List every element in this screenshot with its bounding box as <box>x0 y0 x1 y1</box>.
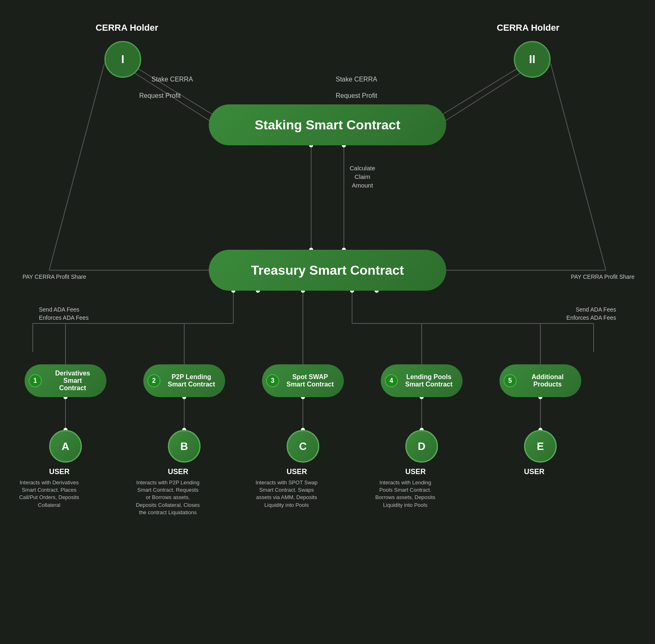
connection-lines <box>0 0 655 644</box>
p2p-lending-contract-box: 2 P2P LendingSmart Contract <box>143 364 225 397</box>
treasury-contract-box: Treasury Smart Contract <box>209 250 446 291</box>
user-circle-A: A <box>49 430 82 463</box>
calculate-claim-label: CalculateClaimAmount <box>350 164 375 190</box>
send-ada-fees-left-label: Send ADA Fees <box>39 306 79 313</box>
user-circle-B: B <box>168 430 201 463</box>
user-desc-D: Interacts with Lending Pools Smart Contr… <box>373 479 438 509</box>
user-circle-C: C <box>287 430 319 463</box>
lending-pools-contract-box: 4 Lending PoolsSmart Contract <box>381 364 463 397</box>
svg-line-3 <box>442 66 532 123</box>
spot-num-badge: 3 <box>266 374 279 387</box>
node-I: I <box>104 41 141 78</box>
pay-profit-right-label: PAY CERRA Profit Share <box>571 273 635 280</box>
staking-contract-box: Staking Smart Contract <box>209 104 446 145</box>
derivatives-num-badge: 1 <box>29 374 42 387</box>
node-II: II <box>514 41 551 78</box>
user-label-A: USER <box>49 468 70 476</box>
user-circle-E: E <box>524 430 557 463</box>
user-label-D: USER <box>405 468 426 476</box>
derivatives-contract-box: 1 Derivatives SmartContract <box>25 364 106 397</box>
user-desc-C: Interacts with SPOT Swap Smart Contract.… <box>254 479 319 509</box>
svg-line-6 <box>49 63 104 270</box>
user-label-B: USER <box>168 468 188 476</box>
spot-swap-contract-box: 3 Spot SWAPSmart Contract <box>262 364 344 397</box>
lending-num-badge: 4 <box>385 374 398 387</box>
request-profit-left-label: Request Profit <box>139 92 181 99</box>
user-circle-D: D <box>405 430 438 463</box>
diagram-container: CERRA Holder CERRA Holder I II Stake CER… <box>0 0 655 644</box>
user-desc-B: Interacts with P2P Lending Smart Contrac… <box>135 479 201 516</box>
svg-line-8 <box>551 63 606 270</box>
p2p-num-badge: 2 <box>147 374 160 387</box>
stake-cerra-left-label: Stake CERRA <box>151 76 193 83</box>
cerra-holder-left-label: CERRA Holder <box>94 23 160 33</box>
cerra-holder-right-label: CERRA Holder <box>495 23 561 33</box>
pay-profit-left-label: PAY CERRA Profit Share <box>23 273 86 280</box>
additional-products-contract-box: 5 Additional Products <box>499 364 581 397</box>
enforces-ada-fees-left-label: Enforces ADA Fees <box>39 314 88 321</box>
request-profit-right-label: Request Profit <box>336 92 377 99</box>
user-label-E: USER <box>524 468 544 476</box>
user-desc-A: Interacts with Derivatives Smart Contrac… <box>16 479 82 509</box>
additional-num-badge: 5 <box>504 374 517 387</box>
send-ada-fees-right-label: Send ADA Fees <box>576 306 616 313</box>
user-label-C: USER <box>287 468 307 476</box>
stake-cerra-right-label: Stake CERRA <box>336 76 377 83</box>
enforces-ada-fees-right-label: Enforces ADA Fees <box>567 314 616 321</box>
